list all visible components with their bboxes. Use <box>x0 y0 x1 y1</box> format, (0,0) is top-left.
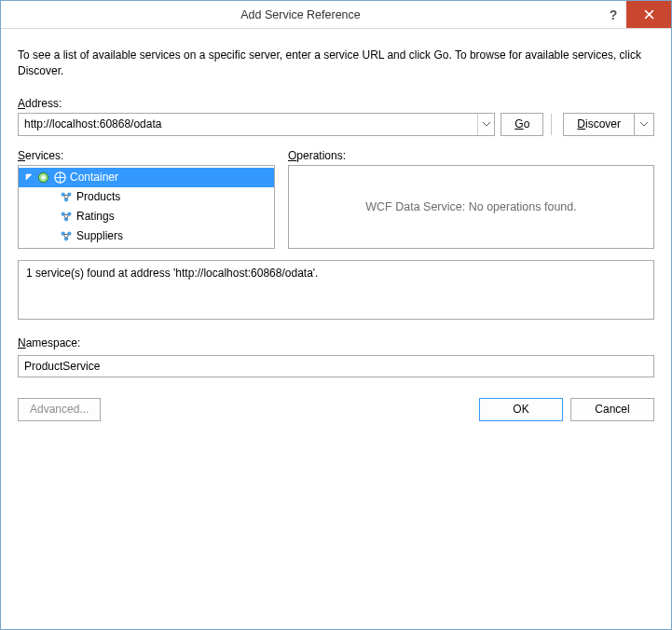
address-combobox[interactable] <box>18 113 495 136</box>
status-text: 1 service(s) found at address 'http://lo… <box>26 267 318 280</box>
close-button[interactable] <box>626 1 671 28</box>
entity-icon <box>60 210 74 224</box>
address-row: Go Discover <box>18 113 654 136</box>
tree-item-suppliers[interactable]: Suppliers <box>19 226 274 246</box>
discover-splitbutton: Discover <box>563 113 654 136</box>
svg-point-19 <box>62 231 65 235</box>
svg-point-3 <box>41 175 45 179</box>
tree-item-label: Container <box>70 171 118 184</box>
tree-item-container[interactable]: Container <box>19 168 274 187</box>
separator <box>551 114 552 135</box>
operations-placeholder: WCF Data Service: No operations found. <box>289 166 653 248</box>
tree-item-ratings[interactable]: Ratings <box>19 207 274 226</box>
lists-row: Services: Container <box>18 149 654 249</box>
address-input[interactable] <box>19 114 477 135</box>
tree-expand-icon[interactable] <box>24 172 34 183</box>
tree: Container Products Ratings <box>19 166 274 248</box>
container-icon <box>53 171 67 185</box>
tree-item-label: Ratings <box>76 210 115 223</box>
svg-point-14 <box>67 212 71 215</box>
combobox-arrow[interactable] <box>477 114 494 135</box>
go-button[interactable]: Go <box>501 113 543 136</box>
ok-button[interactable]: OK <box>479 398 563 421</box>
svg-point-15 <box>64 217 68 221</box>
operations-column: Operations: WCF Data Service: No operati… <box>288 149 654 249</box>
tree-item-label: Suppliers <box>76 229 123 242</box>
svg-point-21 <box>64 237 68 240</box>
footer: Advanced... OK Cancel <box>18 398 654 421</box>
svg-point-8 <box>67 192 71 196</box>
address-label: Address: <box>18 97 654 110</box>
help-button[interactable]: ? <box>600 1 626 28</box>
services-column: Services: Container <box>18 149 275 249</box>
entity-icon <box>60 190 74 204</box>
cancel-button[interactable]: Cancel <box>570 398 654 421</box>
chevron-down-icon <box>483 122 490 127</box>
services-tree[interactable]: Container Products Ratings <box>18 165 275 249</box>
titlebar: Add Service Reference ? <box>1 1 671 29</box>
operations-label: Operations: <box>288 149 654 162</box>
advanced-button[interactable]: Advanced... <box>18 398 101 421</box>
namespace-section: Namespace: <box>18 336 654 377</box>
chevron-down-icon <box>640 122 648 127</box>
services-label: Services: <box>18 149 275 162</box>
entity-icon <box>60 229 74 243</box>
instructions-text: To see a list of available services on a… <box>18 48 654 80</box>
tree-item-products[interactable]: Products <box>19 187 274 207</box>
svg-point-20 <box>67 231 71 235</box>
window-title: Add Service Reference <box>1 8 600 21</box>
service-globe-icon <box>36 171 50 185</box>
svg-point-9 <box>64 198 68 201</box>
dialog-content: To see a list of available services on a… <box>1 29 671 629</box>
titlebar-buttons: ? <box>600 1 671 28</box>
namespace-label: Namespace: <box>18 336 654 349</box>
close-icon <box>644 9 654 20</box>
discover-button[interactable]: Discover <box>563 113 634 136</box>
namespace-input[interactable] <box>18 355 654 377</box>
svg-point-7 <box>62 192 65 196</box>
operations-list[interactable]: WCF Data Service: No operations found. <box>288 165 654 249</box>
svg-point-13 <box>62 212 65 215</box>
discover-dropdown[interactable] <box>634 113 654 136</box>
status-box: 1 service(s) found at address 'http://lo… <box>18 260 654 320</box>
tree-item-label: Products <box>76 190 120 203</box>
